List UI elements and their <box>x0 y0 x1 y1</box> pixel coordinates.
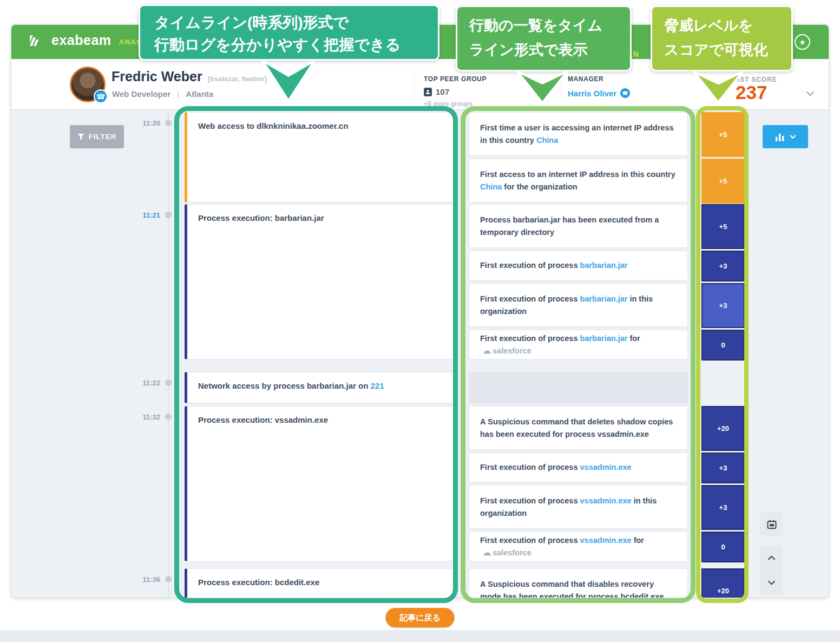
callout-text: 脅威レベルを <box>664 14 779 38</box>
peer-group-value[interactable]: 107 <box>436 87 449 96</box>
back-to-article-button[interactable]: 記事に戻る <box>386 608 455 627</box>
callout-arrow-down <box>691 70 745 105</box>
filter-button[interactable]: FILTER <box>70 125 124 148</box>
timeline-dot <box>165 379 172 386</box>
page-bottom-band <box>0 630 840 642</box>
page: exabeam ANALYTICS DEN ★ ☎ Fredric Weber … <box>0 0 840 642</box>
user-location: Atlanta <box>186 89 213 99</box>
section-divider <box>414 69 415 100</box>
event-time: 11:22 <box>125 379 160 387</box>
user-aliases: [bsalazar, fweber] <box>208 75 267 83</box>
brand-name: exabeam <box>51 32 111 48</box>
manager-phone-icon[interactable]: ☎ <box>620 88 630 98</box>
callout-arrow-down <box>514 70 570 105</box>
chevron-down-icon <box>790 135 796 139</box>
calendar-icon <box>767 520 777 529</box>
timeline-dot <box>165 576 172 582</box>
callout-text: スコアで可視化 <box>664 38 779 62</box>
scroll-up-button[interactable] <box>760 545 783 570</box>
highlight-box-rules <box>461 106 695 603</box>
bar-chart-icon <box>775 133 785 141</box>
divider: | <box>177 89 179 99</box>
callout-text: 行動ログを分かりやすく把握できる <box>154 34 424 56</box>
exabeam-logo-icon <box>30 34 46 47</box>
filter-label: FILTER <box>89 133 117 141</box>
user-name: Fredric Weber <box>111 69 202 84</box>
event-time: 11:20 <box>125 119 160 127</box>
callout-threat: 脅威レベルを スコアで可視化 <box>651 5 793 71</box>
callout-text: ライン形式で表示 <box>469 38 618 62</box>
manager-label: MANAGER <box>568 75 603 83</box>
calendar-button[interactable] <box>760 513 783 536</box>
collapse-chevron-icon[interactable] <box>806 89 815 99</box>
timeline-dot <box>165 414 172 420</box>
scroll-controls <box>760 545 783 595</box>
peer-group-icon <box>424 88 432 96</box>
highlight-box-events <box>174 106 458 603</box>
star-icon[interactable]: ★ <box>795 34 810 50</box>
funnel-icon <box>77 133 84 140</box>
user-role: Web Developer <box>112 89 170 99</box>
timeline-axis <box>168 112 169 598</box>
chevron-down-icon <box>767 580 776 585</box>
event-time: 11:32 <box>125 413 160 421</box>
timeline-dot <box>165 120 172 126</box>
scroll-down-button[interactable] <box>760 570 783 595</box>
event-time: 11:21 <box>125 211 160 219</box>
peer-group-label: TOP PEER GROUP <box>424 75 487 83</box>
callout-text: 行動の一覧をタイム <box>469 14 618 38</box>
callout-timeline: タイムライン(時系列)形式で 行動ログを分かりやすく把握できる <box>139 4 439 61</box>
chart-view-button[interactable] <box>763 125 808 148</box>
phone-badge-icon[interactable]: ☎ <box>94 89 108 103</box>
timeline-dot <box>165 212 172 218</box>
callout-activity: 行動の一覧をタイム ライン形式で表示 <box>456 5 632 71</box>
event-time: 11:36 <box>125 575 160 584</box>
callout-arrow-down <box>259 60 318 103</box>
highlight-box-scores <box>696 106 749 603</box>
callout-text: タイムライン(時系列)形式で <box>154 11 424 34</box>
manager-name-link[interactable]: Harris Oliver <box>568 89 616 98</box>
chevron-up-icon <box>767 555 776 560</box>
